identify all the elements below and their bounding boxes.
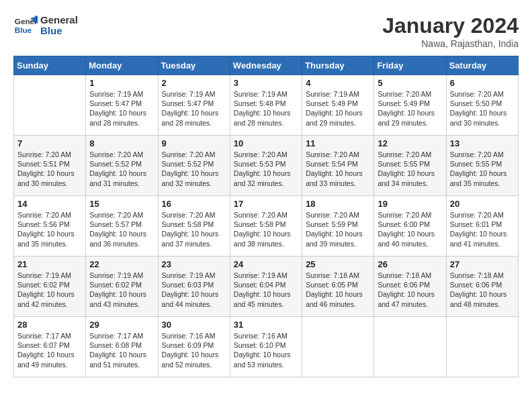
day-number: 24 — [234, 259, 298, 269]
day-number: 27 — [450, 259, 515, 269]
calendar-week-2: 7Sunrise: 7:20 AMSunset: 5:51 PMDaylight… — [14, 136, 519, 196]
day-number: 20 — [450, 199, 515, 209]
calendar-table: SundayMondayTuesdayWednesdayThursdayFrid… — [13, 56, 519, 377]
day-info: Sunrise: 7:19 AMSunset: 6:03 PMDaylight:… — [162, 271, 226, 309]
calendar-cell: 29Sunrise: 7:17 AMSunset: 6:08 PMDayligh… — [86, 317, 158, 377]
day-number: 17 — [234, 199, 298, 209]
logo-general: General — [40, 15, 78, 26]
day-number: 31 — [234, 320, 298, 330]
day-info: Sunrise: 7:20 AMSunset: 5:53 PMDaylight:… — [234, 150, 298, 188]
weekday-header-row: SundayMondayTuesdayWednesdayThursdayFrid… — [14, 56, 519, 75]
day-number: 4 — [306, 78, 370, 88]
day-info: Sunrise: 7:19 AMSunset: 6:02 PMDaylight:… — [89, 271, 154, 309]
calendar-cell: 15Sunrise: 7:20 AMSunset: 5:57 PMDayligh… — [86, 196, 158, 257]
day-number: 26 — [378, 259, 442, 269]
day-info: Sunrise: 7:18 AMSunset: 6:06 PMDaylight:… — [450, 271, 515, 309]
calendar-cell: 13Sunrise: 7:20 AMSunset: 5:55 PMDayligh… — [446, 136, 518, 196]
day-info: Sunrise: 7:20 AMSunset: 5:50 PMDaylight:… — [450, 89, 515, 128]
day-number: 2 — [162, 78, 226, 88]
day-number: 13 — [450, 138, 515, 148]
calendar-cell: 28Sunrise: 7:17 AMSunset: 6:07 PMDayligh… — [14, 317, 86, 377]
day-number: 8 — [89, 138, 154, 148]
calendar-cell: 12Sunrise: 7:20 AMSunset: 5:55 PMDayligh… — [374, 136, 446, 196]
location-subtitle: Nawa, Rajasthan, India — [382, 38, 519, 49]
calendar-cell: 22Sunrise: 7:19 AMSunset: 6:02 PMDayligh… — [86, 257, 158, 317]
day-number: 19 — [378, 199, 442, 209]
day-number: 3 — [234, 78, 298, 88]
day-info: Sunrise: 7:20 AMSunset: 5:52 PMDaylight:… — [89, 150, 154, 188]
weekday-header-thursday: Thursday — [302, 56, 374, 75]
calendar-body: 1Sunrise: 7:19 AMSunset: 5:47 PMDaylight… — [14, 75, 519, 377]
day-info: Sunrise: 7:17 AMSunset: 6:07 PMDaylight:… — [17, 331, 82, 369]
calendar-cell: 30Sunrise: 7:16 AMSunset: 6:09 PMDayligh… — [158, 317, 230, 377]
calendar-cell: 1Sunrise: 7:19 AMSunset: 5:47 PMDaylight… — [86, 75, 158, 136]
calendar-cell — [374, 317, 446, 377]
day-number: 9 — [162, 138, 226, 148]
calendar-cell: 6Sunrise: 7:20 AMSunset: 5:50 PMDaylight… — [446, 75, 518, 136]
calendar-week-5: 28Sunrise: 7:17 AMSunset: 6:07 PMDayligh… — [14, 317, 519, 377]
weekday-header-saturday: Saturday — [446, 56, 518, 75]
day-info: Sunrise: 7:19 AMSunset: 5:49 PMDaylight:… — [306, 89, 370, 128]
logo: General Blue General Blue — [13, 13, 78, 38]
calendar-cell: 7Sunrise: 7:20 AMSunset: 5:51 PMDaylight… — [14, 136, 86, 196]
calendar-cell: 25Sunrise: 7:18 AMSunset: 6:05 PMDayligh… — [302, 257, 374, 317]
day-number: 30 — [162, 320, 226, 330]
day-info: Sunrise: 7:16 AMSunset: 6:10 PMDaylight:… — [234, 331, 298, 369]
day-number: 21 — [17, 259, 82, 269]
day-info: Sunrise: 7:20 AMSunset: 6:00 PMDaylight:… — [378, 210, 442, 248]
calendar-cell: 3Sunrise: 7:19 AMSunset: 5:48 PMDaylight… — [230, 75, 302, 136]
weekday-header-tuesday: Tuesday — [158, 56, 230, 75]
day-number: 6 — [450, 78, 515, 88]
day-info: Sunrise: 7:20 AMSunset: 5:59 PMDaylight:… — [306, 210, 370, 248]
calendar-cell: 11Sunrise: 7:20 AMSunset: 5:54 PMDayligh… — [302, 136, 374, 196]
calendar-cell: 10Sunrise: 7:20 AMSunset: 5:53 PMDayligh… — [230, 136, 302, 196]
calendar-cell: 27Sunrise: 7:18 AMSunset: 6:06 PMDayligh… — [446, 257, 518, 317]
day-info: Sunrise: 7:20 AMSunset: 5:58 PMDaylight:… — [162, 210, 226, 248]
day-info: Sunrise: 7:20 AMSunset: 5:51 PMDaylight:… — [17, 150, 82, 188]
svg-marker-3 — [35, 16, 38, 24]
day-info: Sunrise: 7:16 AMSunset: 6:09 PMDaylight:… — [162, 331, 226, 369]
day-number: 1 — [89, 78, 154, 88]
day-info: Sunrise: 7:20 AMSunset: 5:54 PMDaylight:… — [306, 150, 370, 188]
day-info: Sunrise: 7:19 AMSunset: 6:02 PMDaylight:… — [17, 271, 82, 309]
day-info: Sunrise: 7:20 AMSunset: 5:58 PMDaylight:… — [234, 210, 298, 248]
month-title: January 2024 — [382, 13, 519, 38]
calendar-cell: 23Sunrise: 7:19 AMSunset: 6:03 PMDayligh… — [158, 257, 230, 317]
logo-icon: General Blue — [13, 13, 38, 38]
calendar-cell: 8Sunrise: 7:20 AMSunset: 5:52 PMDaylight… — [86, 136, 158, 196]
calendar-cell: 31Sunrise: 7:16 AMSunset: 6:10 PMDayligh… — [230, 317, 302, 377]
calendar-cell: 24Sunrise: 7:19 AMSunset: 6:04 PMDayligh… — [230, 257, 302, 317]
day-number: 11 — [306, 138, 370, 148]
day-info: Sunrise: 7:20 AMSunset: 5:57 PMDaylight:… — [89, 210, 154, 248]
day-number: 23 — [162, 259, 226, 269]
day-info: Sunrise: 7:20 AMSunset: 5:56 PMDaylight:… — [17, 210, 82, 248]
calendar-cell: 18Sunrise: 7:20 AMSunset: 5:59 PMDayligh… — [302, 196, 374, 257]
page-header: General Blue General Blue January 2024 N… — [13, 13, 519, 49]
weekday-header-wednesday: Wednesday — [230, 56, 302, 75]
svg-text:Blue: Blue — [15, 26, 32, 34]
day-number: 22 — [89, 259, 154, 269]
day-info: Sunrise: 7:20 AMSunset: 5:52 PMDaylight:… — [162, 150, 226, 188]
day-info: Sunrise: 7:19 AMSunset: 5:47 PMDaylight:… — [89, 89, 154, 128]
calendar-cell: 20Sunrise: 7:20 AMSunset: 6:01 PMDayligh… — [446, 196, 518, 257]
day-info: Sunrise: 7:19 AMSunset: 5:48 PMDaylight:… — [234, 89, 298, 128]
day-number: 10 — [234, 138, 298, 148]
weekday-header-friday: Friday — [374, 56, 446, 75]
calendar-week-1: 1Sunrise: 7:19 AMSunset: 5:47 PMDaylight… — [14, 75, 519, 136]
calendar-cell — [302, 317, 374, 377]
day-info: Sunrise: 7:18 AMSunset: 6:05 PMDaylight:… — [306, 271, 370, 309]
day-number: 16 — [162, 199, 226, 209]
day-number: 12 — [378, 138, 442, 148]
calendar-cell: 5Sunrise: 7:20 AMSunset: 5:49 PMDaylight… — [374, 75, 446, 136]
calendar-cell: 4Sunrise: 7:19 AMSunset: 5:49 PMDaylight… — [302, 75, 374, 136]
calendar-cell: 14Sunrise: 7:20 AMSunset: 5:56 PMDayligh… — [14, 196, 86, 257]
day-info: Sunrise: 7:17 AMSunset: 6:08 PMDaylight:… — [89, 331, 154, 369]
day-number: 28 — [17, 320, 82, 330]
weekday-header-sunday: Sunday — [14, 56, 86, 75]
calendar-cell: 16Sunrise: 7:20 AMSunset: 5:58 PMDayligh… — [158, 196, 230, 257]
day-number: 14 — [17, 199, 82, 209]
day-info: Sunrise: 7:19 AMSunset: 6:04 PMDaylight:… — [234, 271, 298, 309]
calendar-cell: 2Sunrise: 7:19 AMSunset: 5:47 PMDaylight… — [158, 75, 230, 136]
calendar-cell: 19Sunrise: 7:20 AMSunset: 6:00 PMDayligh… — [374, 196, 446, 257]
day-info: Sunrise: 7:20 AMSunset: 5:55 PMDaylight:… — [450, 150, 515, 188]
